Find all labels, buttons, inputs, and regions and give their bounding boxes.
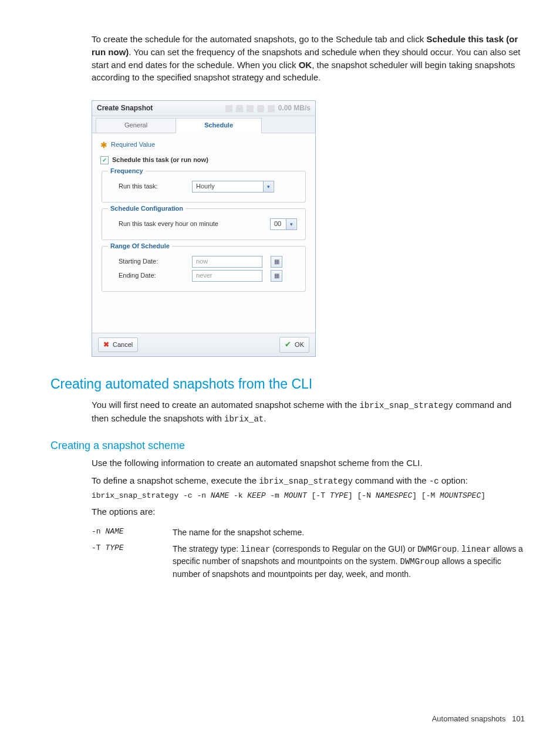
code: ibrix_snap_strategy (259, 477, 353, 486)
minute-value: 00 (274, 220, 281, 229)
text: To define a snapshot scheme, execute the (92, 475, 259, 485)
create-snapshot-dialog: Create Snapshot 0.00 MB/s General Schedu… (92, 100, 316, 357)
frequency-legend: Frequency (108, 167, 146, 176)
required-value-label: Required Value (111, 140, 155, 150)
end-date-input[interactable]: never (192, 270, 262, 282)
scheme-p1: Use the following information to create … (92, 457, 525, 470)
titlebar-icon (247, 105, 254, 112)
titlebar-icon (268, 105, 275, 112)
range-fieldset: Range Of Schedule Starting Date: now ▦ E… (102, 246, 306, 292)
options-table: -n NAME The name for the snapshot scheme… (92, 526, 525, 580)
start-date-input[interactable]: now (192, 256, 262, 268)
option-n-key: -n NAME (92, 526, 168, 538)
scheme-p2: To define a snapshot scheme, execute the… (92, 474, 525, 487)
footer-label: Automated snapshots (432, 714, 506, 723)
tab-schedule[interactable]: Schedule (176, 118, 262, 133)
dialog-tabs: General Schedule (92, 116, 315, 133)
footer-page-number: 101 (512, 714, 525, 723)
start-date-label: Starting Date: (110, 257, 186, 266)
chevron-down-icon: ▾ (263, 181, 273, 192)
code: -c (429, 477, 439, 486)
schedule-task-label: Schedule this task (or run now) (112, 156, 208, 165)
intro-paragraph: To create the schedule for the automated… (92, 33, 525, 84)
run-task-label: Run this task: (110, 182, 186, 191)
dialog-title: Create Snapshot (97, 103, 153, 113)
ok-button[interactable]: ✔ OK (279, 337, 309, 353)
calendar-icon[interactable]: ▦ (271, 270, 282, 282)
option-t-key: -T TYPE (92, 543, 168, 580)
intro-bold-2: OK (299, 60, 312, 70)
tab-general[interactable]: General (96, 118, 176, 133)
cli-intro-paragraph: You will first need to create an automat… (92, 399, 525, 425)
intro-text-1: To create the schedule for the automated… (92, 34, 426, 44)
range-legend: Range Of Schedule (108, 242, 172, 251)
minute-select[interactable]: 00 ▾ (270, 218, 297, 230)
text: option: (439, 475, 468, 485)
schedule-config-fieldset: Schedule Configuration Run this task eve… (102, 208, 306, 240)
option-t-desc: The strategy type: linear (corresponds t… (173, 543, 525, 580)
run-task-select[interactable]: Hourly ▾ (192, 181, 274, 193)
chevron-down-icon: ▾ (286, 219, 296, 229)
schedule-task-checkbox[interactable]: ✓ (100, 156, 109, 164)
options-intro: The options are: (92, 505, 525, 518)
titlebar-icon (236, 105, 243, 112)
titlebar-icon (257, 105, 264, 112)
code-strategy: ibrix_snap_strategy (359, 401, 453, 410)
calendar-icon[interactable]: ▦ (271, 256, 282, 268)
frequency-fieldset: Frequency Run this task: Hourly ▾ (102, 171, 306, 202)
transfer-rate: 0.00 MB/s (278, 103, 311, 113)
text: command with the (353, 475, 429, 485)
text: You will first need to create an automat… (92, 400, 359, 410)
command-line: ibrix_snap_strategy -c -n NAME -k KEEP -… (92, 491, 525, 502)
ok-label: OK (295, 340, 304, 350)
end-date-label: Ending Date: (110, 271, 186, 281)
check-icon: ✔ (285, 339, 291, 350)
subsection-heading-scheme: Creating a snapshot scheme (50, 438, 525, 453)
dialog-titlebar: Create Snapshot 0.00 MB/s (92, 101, 315, 116)
page-footer: Automated snapshots 101 (432, 714, 525, 725)
option-n-desc: The name for the snapshot scheme. (173, 526, 525, 538)
required-asterisk-icon: ✱ (100, 141, 107, 149)
run-task-value: Hourly (196, 182, 215, 191)
text: . (264, 413, 266, 423)
close-icon: ✖ (103, 340, 109, 350)
required-value-note: ✱ Required Value (100, 140, 307, 150)
titlebar-icon (225, 105, 232, 112)
code-at: ibrix_at (224, 414, 264, 424)
cancel-button[interactable]: ✖ Cancel (98, 337, 138, 352)
titlebar-icons (225, 105, 275, 112)
schedule-config-legend: Schedule Configuration (108, 204, 185, 214)
cancel-label: Cancel (113, 340, 133, 350)
section-heading-cli: Creating automated snapshots from the CL… (50, 374, 525, 394)
minute-label: Run this task every hour on minute (110, 220, 264, 229)
